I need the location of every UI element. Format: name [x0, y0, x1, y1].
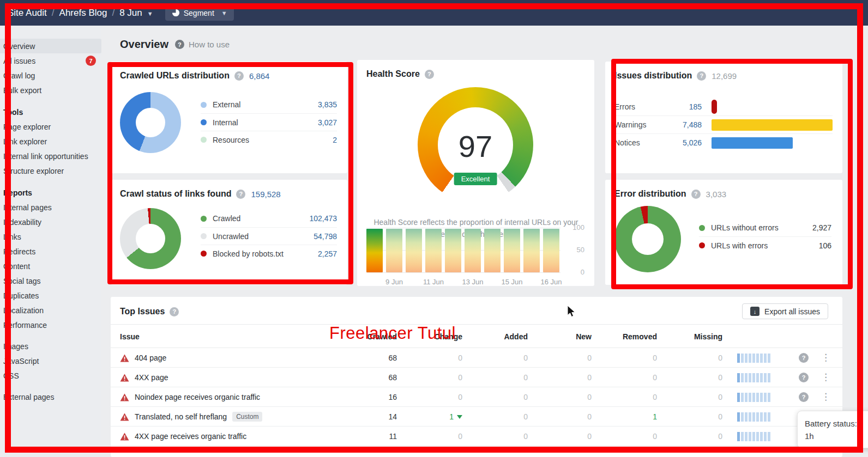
legend-value: 3,835: [318, 100, 337, 109]
sidebar-item-structure-explorer[interactable]: Structure explorer: [0, 163, 101, 178]
legend-label: URLs with errors: [711, 241, 768, 250]
issue-sparkline-chart[interactable]: [737, 432, 770, 441]
error-distribution-donut-chart[interactable]: [614, 206, 681, 272]
column-header-issue[interactable]: Issue: [120, 325, 140, 349]
sidebar-item-social-tags[interactable]: Social tags: [0, 273, 101, 288]
sparkline-bar: [768, 393, 770, 402]
help-icon[interactable]: ?: [425, 70, 434, 79]
legend-item-internal[interactable]: Internal3,027: [201, 113, 337, 131]
export-all-issues-button[interactable]: ↓ Export all issues: [742, 303, 828, 319]
kebab-menu-icon[interactable]: ⋮: [821, 372, 830, 383]
sidebar-item-internal-link-opportunities[interactable]: Internal link opportunities: [0, 149, 101, 163]
help-icon[interactable]: ?: [799, 392, 809, 402]
crawled-urls-total[interactable]: 6,864: [249, 71, 270, 81]
breadcrumb-item[interactable]: Site Audit: [8, 8, 47, 19]
issue-sparkline-chart[interactable]: [737, 373, 770, 382]
issue-name-cell[interactable]: 404 page: [120, 348, 166, 368]
legend-item-urls-with-errors[interactable]: URLs with errors106: [699, 236, 831, 254]
sidebar-item-performance[interactable]: Performance: [0, 318, 101, 332]
sidebar-item-links[interactable]: Links: [0, 229, 101, 244]
kebab-menu-icon[interactable]: ⋮: [821, 352, 830, 363]
issue-sparkline-chart[interactable]: [737, 354, 770, 363]
issue-sparkline-chart[interactable]: [737, 393, 770, 402]
help-icon[interactable]: ?: [799, 353, 809, 363]
legend-label: Uncrawled: [213, 232, 249, 241]
issue-name-cell[interactable]: 4XX page: [120, 368, 168, 387]
crawl-status-legend: Crawled102,473Uncrawled54,798Blocked by …: [201, 210, 337, 262]
table-row: Translated, no self hreflangCustom141001…: [111, 407, 842, 426]
sidebar-item-javascript[interactable]: JavaScript: [0, 354, 101, 368]
crawled-cell: 68: [348, 348, 397, 368]
history-bar[interactable]: [523, 229, 540, 272]
help-icon[interactable]: ?: [691, 190, 701, 199]
top-navbar: Site Audit/Ahrefs Blog/8 Jun ▼ Segment ▼: [0, 0, 868, 26]
missing-cell: 0: [673, 348, 722, 368]
history-bar[interactable]: [425, 229, 442, 272]
warning-triangle-icon: [120, 393, 129, 401]
history-bar[interactable]: [386, 229, 402, 272]
sparkline-bar: [768, 354, 770, 363]
sidebar-item-overview[interactable]: Overview: [0, 39, 101, 53]
issue-name-cell[interactable]: 4XX page receives organic traffic: [120, 426, 246, 446]
issues-row-label: Errors: [614, 102, 665, 111]
issue-name-cell[interactable]: Translated, no self hreflangCustom: [120, 407, 262, 426]
history-bar[interactable]: [504, 229, 520, 272]
issues-bar[interactable]: [712, 100, 717, 114]
crawl-status-donut-chart[interactable]: [120, 208, 181, 269]
sidebar-item-duplicates[interactable]: Duplicates: [0, 288, 101, 303]
sidebar-item-label: Bulk export: [3, 86, 41, 95]
sidebar-item-page-explorer[interactable]: Page explorer: [0, 119, 101, 134]
history-bar[interactable]: [445, 229, 461, 272]
legend-item-uncrawled[interactable]: Uncrawled54,798: [201, 227, 337, 245]
sidebar-item-link-explorer[interactable]: Link explorer: [0, 134, 101, 149]
column-header-removed[interactable]: Removed: [608, 325, 657, 349]
sidebar-item-indexability[interactable]: Indexability: [0, 215, 101, 229]
health-score-rating-badge: Excellent: [454, 173, 497, 185]
help-icon[interactable]: ?: [170, 307, 179, 316]
kebab-menu-icon[interactable]: ⋮: [821, 392, 830, 403]
issue-name-cell[interactable]: Noindex page receives organic traffic: [120, 387, 260, 407]
history-bar[interactable]: [465, 229, 481, 272]
help-icon[interactable]: ?: [236, 190, 245, 199]
removed-cell: 0: [608, 426, 657, 446]
column-header-missing[interactable]: Missing: [673, 325, 722, 349]
legend-value: 2: [333, 136, 337, 144]
legend-item-urls-without-errors[interactable]: URLs without errors2,927: [699, 219, 831, 236]
legend-item-crawled[interactable]: Crawled102,473: [201, 210, 337, 227]
sidebar-item-images[interactable]: Images: [0, 339, 101, 354]
sidebar-item-crawl-log[interactable]: Crawl log: [0, 68, 101, 83]
sidebar-item-css[interactable]: CSS: [0, 368, 101, 383]
help-icon[interactable]: ?: [175, 40, 184, 49]
help-icon[interactable]: ?: [697, 71, 706, 81]
history-bar[interactable]: [543, 229, 559, 272]
history-bar[interactable]: [484, 229, 501, 272]
column-header-added[interactable]: Added: [479, 325, 528, 349]
segment-button[interactable]: Segment ▼: [165, 5, 234, 21]
issues-bar[interactable]: [712, 137, 793, 149]
sidebar-item-redirects[interactable]: Redirects: [0, 244, 101, 259]
crawled-urls-donut-chart[interactable]: [120, 92, 181, 153]
legend-item-external[interactable]: External3,835: [201, 96, 337, 113]
sidebar-item-localization[interactable]: Localization: [0, 303, 101, 318]
sidebar-item-content[interactable]: Content: [0, 259, 101, 273]
history-bar[interactable]: [366, 229, 383, 272]
legend-item-blocked-by-robots-txt[interactable]: Blocked by robots.txt2,257: [201, 245, 337, 262]
column-header-new[interactable]: New: [542, 325, 592, 349]
crawl-status-total[interactable]: 159,528: [251, 190, 280, 199]
sidebar-item-internal-pages[interactable]: Internal pages: [0, 200, 101, 215]
history-bar[interactable]: [406, 229, 422, 272]
sidebar-item-external-pages[interactable]: External pages: [0, 389, 101, 404]
help-icon[interactable]: ?: [799, 373, 809, 382]
sidebar-item-all-issues[interactable]: All issues7: [0, 53, 101, 68]
history-axis-label: 0: [564, 268, 584, 276]
breadcrumb-item[interactable]: Ahrefs Blog: [59, 8, 107, 19]
help-icon[interactable]: ?: [234, 71, 244, 81]
breadcrumb-item[interactable]: 8 Jun ▼: [119, 8, 153, 19]
sparkline-bar: [737, 393, 740, 402]
sparkline-bar: [737, 373, 740, 382]
how-to-use-link[interactable]: How to use: [189, 40, 230, 49]
issue-sparkline-chart[interactable]: [737, 412, 770, 422]
issues-bar[interactable]: [712, 119, 833, 131]
legend-item-resources[interactable]: Resources2: [201, 131, 337, 148]
sidebar-item-bulk-export[interactable]: Bulk export: [0, 83, 101, 98]
